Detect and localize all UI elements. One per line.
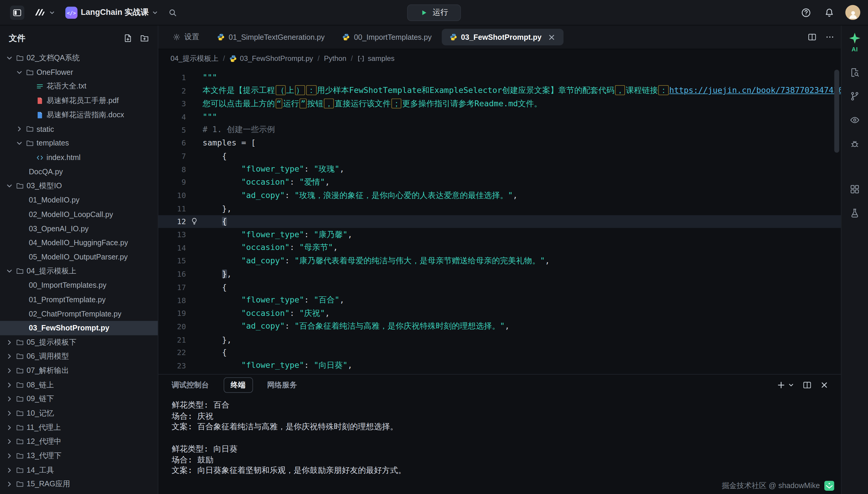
editor-tab[interactable]: 03_FewShotPrompt.py xyxy=(442,29,564,45)
project-switcher[interactable]: </> LangChain 实战课 xyxy=(63,4,161,21)
new-file-button[interactable] xyxy=(124,34,132,43)
code-token: , xyxy=(348,230,352,239)
breadcrumb-item[interactable]: Python xyxy=(324,54,346,63)
run-label: 运行 xyxy=(432,7,448,18)
tree-item[interactable]: 易速鲜花运营指南.docx xyxy=(0,108,158,122)
tree-item[interactable]: 14_工具 xyxy=(0,463,158,477)
code-line[interactable]: 18 "flower_type": "百合", xyxy=(158,293,841,307)
help-button[interactable] xyxy=(799,5,813,20)
code-line[interactable]: 19 "occasion": "庆祝", xyxy=(158,307,841,320)
close-tab-icon[interactable] xyxy=(548,33,556,41)
tree-item[interactable]: OneFlower xyxy=(0,65,158,79)
run-button[interactable]: 运行 xyxy=(407,4,461,21)
code-line[interactable]: 21 }, xyxy=(158,333,841,346)
code-line[interactable]: 20 "ad_copy": "百合象征着纯洁与高雅，是你庆祝特殊时刻的理想选择。… xyxy=(158,320,841,333)
code-editor[interactable]: 1"""2本文件是【提示工程（上）：用少样本FewShotTemplate和Ex… xyxy=(158,68,841,374)
close-panel-button[interactable] xyxy=(820,381,829,390)
code-line[interactable]: 14 "occasion": "母亲节", xyxy=(158,241,841,254)
activity-flask-button[interactable] xyxy=(849,207,861,219)
tree-item[interactable]: 00_ImportTemplates.py xyxy=(0,278,158,292)
tree-item[interactable]: 03_OpenAI_IO.py xyxy=(0,222,158,236)
more-actions-button[interactable] xyxy=(826,33,834,41)
tree-item[interactable]: 03_模型IO xyxy=(0,179,158,193)
tree-item[interactable]: index.html xyxy=(0,151,158,165)
tree-item[interactable]: 13_代理下 xyxy=(0,449,158,463)
tree-item[interactable]: 09_链下 xyxy=(0,392,158,406)
activity-extensions-button[interactable] xyxy=(849,183,861,195)
tree-item[interactable]: 03_FewShotPrompt.py xyxy=(0,321,158,335)
tree-item[interactable]: 11_代理上 xyxy=(0,420,158,435)
editor-tab[interactable]: 00_ImportTemplates.py xyxy=(334,29,439,45)
code-line[interactable]: 15 "ad_copy": "康乃馨代表着母爱的纯洁与伟大，是母亲节赠送给母亲的… xyxy=(158,254,841,267)
code-line[interactable]: 5# 1. 创建一些示例 xyxy=(158,123,841,136)
breadcrumb-item[interactable]: 04_提示模板上 xyxy=(170,54,219,63)
tree-item[interactable]: 01_ModelIO.py xyxy=(0,193,158,207)
tree-item[interactable]: 12_代理中 xyxy=(0,435,158,449)
tree-item[interactable]: 07_解析输出 xyxy=(0,364,158,378)
code-line[interactable]: 8 "flower_type": "玫瑰", xyxy=(158,163,841,176)
code-line[interactable]: 4""" xyxy=(158,110,841,123)
code-line[interactable]: 11 }, xyxy=(158,202,841,215)
tree-item[interactable]: 02_ModelIO_LoopCall.py xyxy=(0,207,158,222)
breadcrumb-item[interactable]: 03_FewShotPrompt.py xyxy=(229,54,313,63)
activity-file-search-button[interactable] xyxy=(849,66,861,79)
activity-eye-button[interactable] xyxy=(849,114,861,126)
terminal-output[interactable]: 鲜花类型: 百合场合: 庆祝文案: 百合象征着纯洁与高雅，是你庆祝特殊时刻的理想… xyxy=(158,396,841,494)
activity-ai-button[interactable]: AI xyxy=(849,32,861,53)
code-line[interactable]: 3您可以点击最上方的“运行”按钮，直接运行该文件；更多操作指引请参考Readme… xyxy=(158,97,841,110)
editor-scrollbar[interactable] xyxy=(834,70,839,153)
tree-item[interactable]: 08_链上 xyxy=(0,378,158,392)
user-avatar[interactable] xyxy=(845,5,860,20)
code-line[interactable]: 9 "occasion": "爱情", xyxy=(158,176,841,189)
code-line[interactable]: 13 "flower_type": "康乃馨", xyxy=(158,228,841,241)
line-number: 1 xyxy=(158,73,186,82)
lightbulb-icon[interactable] xyxy=(190,217,198,225)
tree-item[interactable]: 15_RAG应用 xyxy=(0,477,158,492)
new-folder-button[interactable] xyxy=(140,34,149,43)
tree-item[interactable]: 02_文档QA系统 xyxy=(0,51,158,65)
code-line[interactable]: 23 "flower_type": "向日葵", xyxy=(158,359,841,372)
folder-icon xyxy=(26,139,34,147)
code-line[interactable]: 16 }, xyxy=(158,267,841,281)
new-terminal-button[interactable] xyxy=(777,381,786,390)
panel-tab[interactable]: 终端 xyxy=(223,377,253,393)
code-line[interactable]: 2本文件是【提示工程（上）：用少样本FewShotTemplate和Exampl… xyxy=(158,84,841,97)
tree-item[interactable]: 06_调用模型 xyxy=(0,349,158,364)
panel-tab[interactable]: 调试控制台 xyxy=(170,378,210,392)
code-line[interactable]: 6samples = [ xyxy=(158,136,841,149)
tree-item[interactable]: 02_ChatPromptTemplate.py xyxy=(0,307,158,321)
tree-item[interactable]: 01_PromptTemplate.py xyxy=(0,292,158,307)
search-button[interactable] xyxy=(166,6,180,19)
code-link[interactable]: https://juejin.cn/book/73877023474361303… xyxy=(669,86,841,95)
tree-item[interactable]: static xyxy=(0,122,158,136)
tree-item[interactable]: 05_提示模板下 xyxy=(0,335,158,349)
code-token: "ad_copy" xyxy=(241,191,284,200)
breadcrumb-item[interactable]: samples xyxy=(357,54,395,63)
tree-item[interactable]: DocQA.py xyxy=(0,165,158,179)
tree-item[interactable]: 易速鲜花员工手册.pdf xyxy=(0,94,158,108)
app-logo-button[interactable] xyxy=(32,5,58,20)
sidebar-toggle-button[interactable] xyxy=(8,3,26,22)
editor-tab[interactable]: 设置 xyxy=(165,29,207,45)
activity-source-control-button[interactable] xyxy=(849,90,861,102)
code-line[interactable]: 17 { xyxy=(158,281,841,293)
code-line[interactable]: 7 { xyxy=(158,149,841,163)
notifications-button[interactable] xyxy=(822,5,836,20)
split-editor-button[interactable] xyxy=(808,33,817,41)
tree-item[interactable]: 04_提示模板上 xyxy=(0,264,158,279)
code-line[interactable]: 10 "ad_copy": "玫瑰，浪漫的象征，是你向心爱的人表达爱意的最佳选择… xyxy=(158,189,841,202)
code-text: { xyxy=(203,152,841,160)
terminal-type-dropdown[interactable] xyxy=(788,382,794,388)
tree-item[interactable]: templates xyxy=(0,136,158,151)
code-line[interactable]: 22 { xyxy=(158,346,841,359)
editor-tab[interactable]: 01_SimpleTextGeneration.py xyxy=(209,29,332,45)
activity-bug-button[interactable] xyxy=(849,138,861,150)
tree-item[interactable]: 花语大全.txt xyxy=(0,79,158,94)
code-line[interactable]: 1""" xyxy=(158,71,841,84)
tree-item[interactable]: 05_ModelIO_OutputParser.py xyxy=(0,250,158,264)
split-terminal-button[interactable] xyxy=(802,381,812,390)
tree-item[interactable]: 04_ModelIO_HuggingFace.py xyxy=(0,236,158,250)
code-line[interactable]: 12 { xyxy=(158,215,841,228)
panel-tab[interactable]: 网络服务 xyxy=(266,378,298,392)
tree-item[interactable]: 10_记忆 xyxy=(0,406,158,420)
